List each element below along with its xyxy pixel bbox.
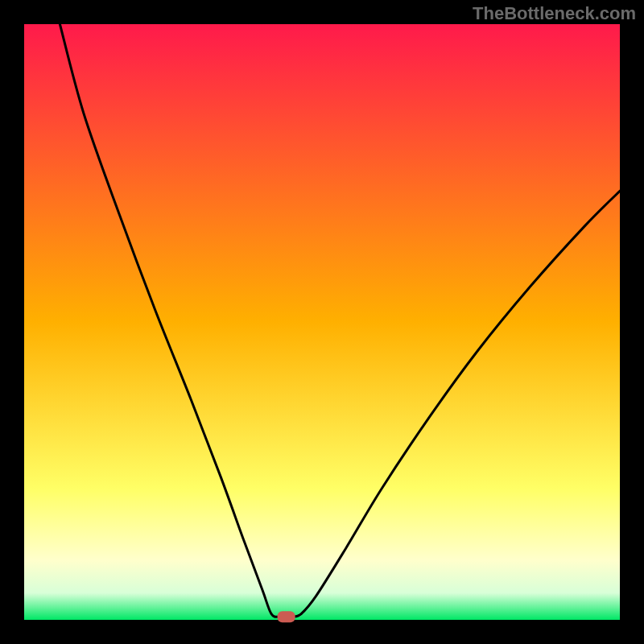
watermark-text: TheBottleneck.com — [473, 3, 636, 24]
bottleneck-chart — [0, 0, 644, 644]
plot-background — [24, 24, 620, 620]
chart-frame: TheBottleneck.com — [0, 0, 644, 644]
bottleneck-marker — [278, 611, 295, 622]
